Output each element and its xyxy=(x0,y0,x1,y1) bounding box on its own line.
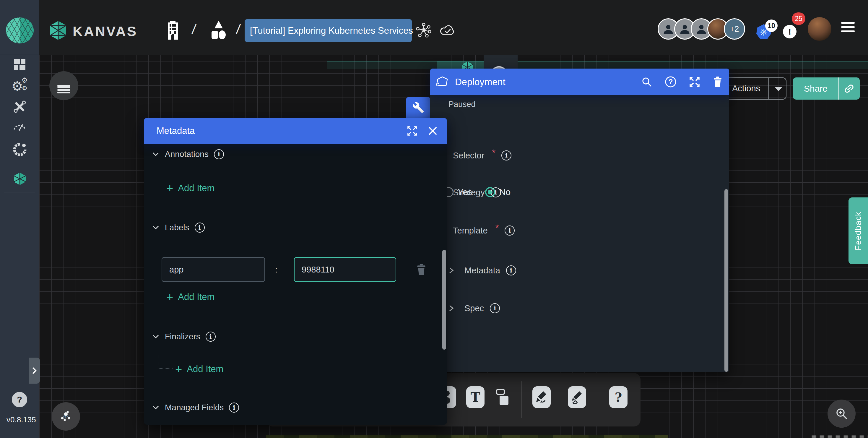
info-icon[interactable]: i xyxy=(214,149,224,159)
svg-text:?: ? xyxy=(669,78,673,86)
notifications-button[interactable]: ! xyxy=(783,25,797,38)
paused-field-label: Paused xyxy=(448,100,476,109)
avatar-overflow-count[interactable]: +2 xyxy=(724,18,745,39)
deployment-icon xyxy=(435,76,449,88)
labels-add-item[interactable]: + Add Item xyxy=(166,292,215,302)
finalizers-add-item[interactable]: + Add Item xyxy=(175,364,223,375)
metadata-scrollbar[interactable] xyxy=(442,250,446,350)
sidebar-item-extensions[interactable] xyxy=(0,142,39,157)
add-item-label: Add Item xyxy=(178,292,215,302)
delete-row-trash-icon[interactable] xyxy=(416,263,427,276)
info-icon[interactable]: i xyxy=(491,187,501,198)
labels-section-row[interactable]: Labels i xyxy=(152,223,205,233)
info-icon[interactable]: i xyxy=(490,303,500,313)
close-icon[interactable] xyxy=(428,126,438,136)
template-label: Template xyxy=(453,226,488,236)
annotations-section-row[interactable]: Annotations i xyxy=(152,149,224,159)
cluster-view-button[interactable] xyxy=(52,402,80,431)
plus-icon: + xyxy=(166,184,173,193)
sidebar-expand-tab[interactable] xyxy=(29,358,40,384)
share-button[interactable]: Share xyxy=(793,78,860,99)
collaborator-avatar-group[interactable]: +2 xyxy=(658,18,745,39)
design-title-input[interactable]: [Tutorial] Exploring Kubernetes Services xyxy=(245,19,412,42)
info-icon[interactable]: i xyxy=(229,403,239,413)
required-asterisk: * xyxy=(495,223,499,233)
pen-tool-button[interactable] xyxy=(532,386,551,408)
required-asterisk: * xyxy=(492,147,495,157)
info-icon[interactable]: i xyxy=(506,265,516,275)
metadata-modal-header[interactable]: Metadata xyxy=(144,118,447,144)
deployment-config-panel: Deployment ? xyxy=(430,68,729,372)
wrench-icon xyxy=(412,102,424,114)
profile-avatar[interactable] xyxy=(808,17,831,41)
pen-arrow-icon xyxy=(536,391,548,404)
metadata-collapsed-row[interactable]: Metadata i xyxy=(448,265,516,275)
info-icon[interactable]: i xyxy=(195,223,205,233)
configure-tab[interactable] xyxy=(406,97,431,118)
canvas-menu-button[interactable] xyxy=(49,71,78,100)
kubernetes-context-count-badge: 10 xyxy=(765,20,778,32)
plus-icon: + xyxy=(166,293,173,301)
info-icon[interactable]: i xyxy=(206,331,216,342)
plus-icon: + xyxy=(175,365,182,374)
note-tool-icon xyxy=(495,388,513,406)
finalizers-section-row[interactable]: Finalizers i xyxy=(152,331,216,342)
gears-icon: ⚙ ⚙ ⚙ xyxy=(11,78,28,93)
deployment-scrollbar[interactable] xyxy=(724,189,728,372)
sidebar-logo-box[interactable] xyxy=(0,1,39,54)
magnifier-plus-icon xyxy=(835,407,848,420)
managed-fields-section-row[interactable]: Managed Fields i xyxy=(152,403,239,413)
trash-icon[interactable] xyxy=(713,76,723,88)
label-value-input[interactable] xyxy=(294,257,396,282)
organization-icon[interactable] xyxy=(164,20,181,39)
sidebar-item-configuration[interactable] xyxy=(0,100,39,114)
actions-dropdown-button[interactable]: Actions xyxy=(721,78,786,99)
sidebar-item-performance[interactable] xyxy=(0,121,39,131)
sidebar-item-dashboard[interactable] xyxy=(0,59,39,70)
workspace-shapes-icon[interactable] xyxy=(209,20,228,40)
radio-no-label: No xyxy=(499,187,510,197)
components-hub-icon[interactable] xyxy=(416,23,431,38)
brand-wordmark[interactable]: KANVAS xyxy=(73,23,137,39)
divider xyxy=(838,78,839,99)
add-item-label: Add Item xyxy=(187,364,223,375)
search-icon[interactable] xyxy=(641,76,652,87)
spec-collapsed-row[interactable]: Spec i xyxy=(448,303,500,313)
exclamation-icon: ! xyxy=(788,27,791,37)
chevron-right-icon xyxy=(31,366,37,375)
help-icon[interactable]: ? xyxy=(665,76,677,88)
app-menu-button[interactable] xyxy=(841,22,855,35)
info-icon[interactable]: i xyxy=(501,150,512,160)
deployment-panel-header[interactable]: Deployment ? xyxy=(430,68,729,95)
gauge-icon xyxy=(12,121,27,131)
annotations-add-item[interactable]: + Add Item xyxy=(166,183,215,194)
text-tool-button[interactable]: T xyxy=(466,386,485,408)
kanvas-logo-icon[interactable] xyxy=(49,20,67,40)
pencil-tool-button[interactable] xyxy=(568,386,586,408)
cloud-sync-icon[interactable] xyxy=(439,23,456,37)
tools-icon xyxy=(13,100,27,114)
add-item-label: Add Item xyxy=(178,183,215,194)
info-icon[interactable]: i xyxy=(505,226,515,236)
metadata-modal-title: Metadata xyxy=(157,126,195,136)
person-icon xyxy=(678,23,691,35)
sidebar-item-lifecycle[interactable]: ⚙ ⚙ ⚙ xyxy=(0,78,39,93)
cluster-graph-icon xyxy=(59,410,72,422)
chevron-down-icon xyxy=(152,405,159,410)
expand-icon[interactable] xyxy=(407,126,417,136)
caret-down-icon[interactable] xyxy=(775,87,782,91)
zoom-in-button[interactable] xyxy=(828,400,856,428)
expand-icon[interactable] xyxy=(689,76,700,87)
app-version: v0.8.135 xyxy=(6,415,36,425)
note-tool-button[interactable] xyxy=(495,386,513,408)
feedback-tab[interactable]: Feedback xyxy=(848,198,868,264)
sidebar-item-kanvas[interactable] xyxy=(0,172,39,185)
tree-connector xyxy=(158,353,173,369)
help-tool-button[interactable]: ? xyxy=(609,386,627,408)
label-key-input[interactable] xyxy=(162,257,265,282)
question-icon: ? xyxy=(17,395,22,405)
canvas-selected-node[interactable] xyxy=(437,61,484,69)
feedback-label: Feedback xyxy=(854,212,863,250)
link-icon[interactable] xyxy=(841,80,857,97)
sidebar-help-button[interactable]: ? xyxy=(12,392,27,407)
